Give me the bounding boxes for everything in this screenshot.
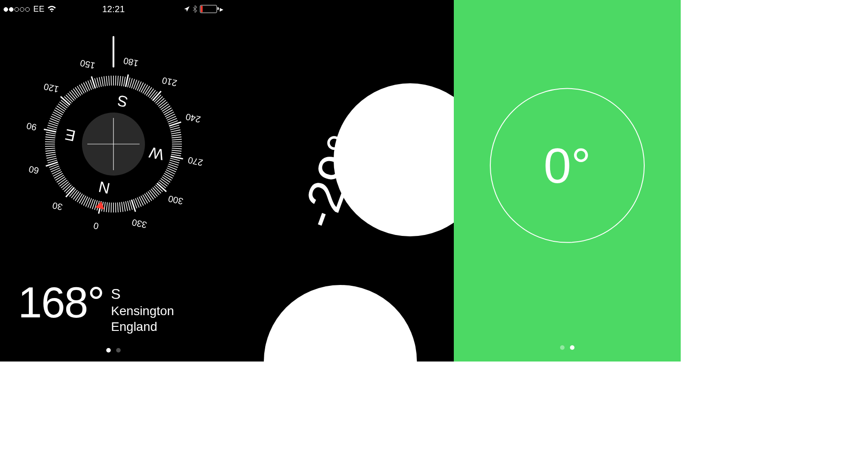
location-line1: Kensington [111, 303, 174, 319]
svg-line-87 [114, 76, 118, 86]
level-screen-flat[interactable]: 0° [454, 0, 681, 362]
svg-line-41 [45, 142, 55, 146]
svg-line-146 [163, 173, 173, 178]
svg-text:60: 60 [28, 164, 40, 176]
svg-text:240: 240 [185, 112, 201, 124]
svg-line-40 [45, 144, 55, 149]
svg-line-89 [118, 76, 122, 86]
svg-line-45 [45, 134, 55, 136]
svg-line-144 [166, 170, 176, 174]
svg-text:W: W [148, 144, 165, 163]
svg-line-90 [121, 76, 124, 86]
svg-line-177 [109, 203, 113, 212]
svg-line-54 [51, 114, 61, 118]
location-services-icon [184, 6, 190, 12]
level-bubble-reference [264, 285, 417, 362]
svg-line-56 [54, 110, 63, 115]
svg-text:E: E [63, 126, 77, 145]
svg-line-135 [172, 152, 181, 154]
svg-line-93 [127, 77, 130, 87]
svg-line-138 [170, 158, 180, 160]
svg-line-98 [137, 81, 141, 91]
svg-line-46 [46, 132, 56, 134]
svg-line-180 [103, 202, 106, 212]
charging-icon: ▸ [220, 5, 223, 14]
level-screen-tilted[interactable]: -29° [227, 0, 454, 362]
svg-text:330: 330 [131, 217, 148, 230]
svg-text:30: 30 [51, 200, 63, 212]
battery-icon [200, 5, 217, 13]
compass-dial[interactable]: 0306090120150180210240270300330NESW [23, 54, 203, 236]
svg-line-131 [172, 142, 182, 146]
svg-text:120: 120 [43, 81, 59, 94]
carrier-label: EE [33, 5, 45, 14]
svg-text:270: 270 [187, 155, 203, 167]
svg-line-43 [45, 138, 55, 141]
heading-needle [113, 36, 114, 68]
svg-line-11 [79, 194, 84, 204]
page-indicator [106, 348, 121, 353]
location-line2: England [111, 319, 174, 334]
svg-line-88 [116, 76, 120, 86]
svg-line-86 [112, 76, 116, 86]
svg-line-133 [172, 147, 182, 150]
svg-text:180: 180 [122, 56, 139, 68]
svg-line-143 [167, 168, 176, 172]
svg-line-8 [86, 197, 90, 207]
heading-degrees: 168° [18, 281, 104, 324]
svg-text:300: 300 [167, 194, 184, 206]
page-dot[interactable] [570, 345, 574, 350]
svg-line-132 [172, 145, 182, 148]
svg-line-91 [123, 77, 126, 86]
svg-line-136 [171, 154, 181, 156]
svg-line-10 [81, 195, 86, 205]
bluetooth-icon [193, 5, 197, 13]
svg-line-48 [47, 127, 57, 130]
signal-strength-dots [4, 5, 31, 14]
page-dot[interactable] [560, 345, 565, 350]
svg-line-9 [83, 196, 88, 206]
page-indicator [333, 345, 348, 350]
svg-line-53 [50, 116, 60, 120]
svg-line-100 [141, 83, 145, 93]
svg-line-101 [143, 84, 148, 94]
compass-screen[interactable]: EE 12:21 [0, 0, 227, 362]
three-panel-stage: EE 12:21 [0, 0, 681, 362]
wifi-icon [47, 6, 56, 12]
svg-text:210: 210 [161, 76, 178, 88]
svg-line-178 [107, 203, 111, 212]
level-angle-readout: 0° [543, 137, 591, 194]
heading-cardinal: S [111, 286, 174, 302]
svg-line-85 [109, 76, 113, 86]
svg-line-175 [113, 203, 118, 212]
svg-text:S: S [116, 92, 129, 111]
svg-text:N: N [97, 178, 111, 197]
svg-line-176 [112, 203, 116, 212]
svg-line-130 [172, 140, 182, 144]
compass-rose: 0306090120150180210240270300330NESW [23, 54, 203, 234]
svg-line-55 [53, 112, 63, 117]
heading-readout: 168° S Kensington England [18, 281, 174, 334]
svg-text:90: 90 [26, 121, 37, 132]
level-ring: 0° [490, 88, 645, 243]
page-indicator[interactable] [560, 345, 574, 350]
status-bar: EE 12:21 [0, 3, 227, 15]
svg-line-134 [172, 149, 181, 152]
svg-line-44 [45, 136, 55, 139]
svg-line-99 [139, 82, 144, 92]
svg-point-0 [51, 10, 52, 12]
svg-text:0: 0 [93, 221, 99, 231]
svg-line-145 [165, 172, 175, 176]
svg-line-42 [45, 140, 55, 144]
svg-line-179 [105, 202, 108, 212]
clock: 12:21 [102, 4, 125, 14]
svg-text:150: 150 [79, 58, 96, 71]
